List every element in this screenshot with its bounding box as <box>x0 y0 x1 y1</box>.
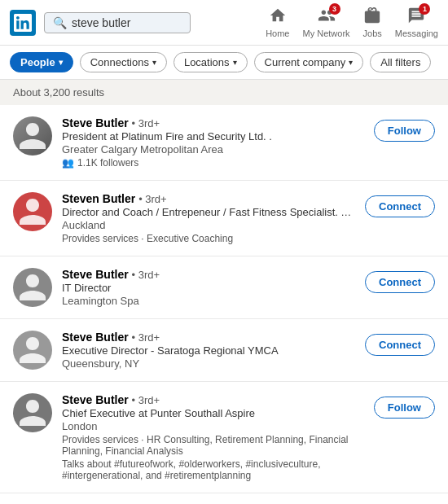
current-company-filter[interactable]: Current company ▾ <box>254 52 364 72</box>
nav-home[interactable]: Home <box>266 7 289 38</box>
person-location: London <box>62 420 364 432</box>
search-input[interactable] <box>72 16 186 29</box>
person-location: Greater Calgary Metropolitan Area <box>62 143 364 156</box>
person-name[interactable]: Steve Butler <box>62 331 129 344</box>
person-info: Steve Butler • 3rd+IT DirectorLeamington… <box>62 268 355 307</box>
follow-button[interactable]: Follow <box>374 120 435 142</box>
search-box[interactable]: 🔍 <box>44 12 191 33</box>
person-name[interactable]: Steve Butler <box>62 268 129 281</box>
person-name[interactable]: Steve Butler <box>62 116 129 129</box>
current-company-chevron-icon: ▾ <box>349 58 353 67</box>
avatar <box>13 268 52 307</box>
person-info: Steve Butler • 3rd+President at Platinum… <box>62 116 364 169</box>
search-icon: 🔍 <box>53 16 67 29</box>
people-chevron-icon: ▾ <box>59 58 63 67</box>
avatar <box>13 393 52 432</box>
person-degree: • 3rd+ <box>138 193 167 205</box>
linkedin-logo[interactable] <box>10 10 36 36</box>
connect-button[interactable]: Connect <box>365 195 435 217</box>
header: 🔍 Home 3 My Network Jobs 1 <box>0 0 448 46</box>
home-icon <box>269 7 287 28</box>
follow-button[interactable]: Follow <box>374 397 435 419</box>
person-degree: • 3rd+ <box>132 269 160 281</box>
messaging-badge: 1 <box>419 3 430 15</box>
result-item: Steven Butler • 3rd+Director and Coach /… <box>0 181 448 256</box>
connect-button[interactable]: Connect <box>365 271 435 293</box>
result-item: Steve Butler • 3rd+Chief Executive at Pu… <box>0 382 448 493</box>
locations-filter[interactable]: Locations ▾ <box>173 52 248 72</box>
person-degree: • 3rd+ <box>132 331 160 344</box>
person-name[interactable]: Steve Butler <box>62 393 129 406</box>
person-name[interactable]: Steven Butler <box>62 192 135 205</box>
all-filters[interactable]: All filters <box>370 52 431 72</box>
results-list: Steve Butler • 3rd+President at Platinum… <box>0 105 448 504</box>
avatar <box>13 116 52 156</box>
locations-chevron-icon: ▾ <box>233 58 237 67</box>
person-location: Auckland <box>62 219 355 231</box>
my-network-badge: 3 <box>329 3 340 15</box>
person-info: Steve Butler • 3rd+Chief Executive at Pu… <box>62 393 364 481</box>
connections-filter[interactable]: Connections ▾ <box>80 52 167 72</box>
results-count: About 3,200 results <box>0 80 448 105</box>
nav-messaging[interactable]: 1 Messaging <box>395 7 438 38</box>
result-item: Steve Butler, FAICP • 3rd+--Greater Seat… <box>0 493 448 504</box>
people-filter[interactable]: People ▾ <box>10 52 73 72</box>
my-network-icon: 3 <box>318 7 336 28</box>
result-item: Steve Butler • 3rd+President at Platinum… <box>0 105 448 181</box>
avatar <box>13 192 52 231</box>
person-info: Steve Butler • 3rd+Executive Director - … <box>62 331 355 370</box>
connect-button[interactable]: Connect <box>365 334 435 356</box>
nav-items: Home 3 My Network Jobs 1 Messaging <box>266 7 438 38</box>
person-location: Leamington Spa <box>62 295 355 307</box>
nav-jobs[interactable]: Jobs <box>363 7 382 38</box>
person-degree: • 3rd+ <box>132 394 160 406</box>
person-sub: Provides services · Executive Coaching <box>62 233 355 244</box>
filters-bar: People ▾ Connections ▾ Locations ▾ Curre… <box>0 46 448 80</box>
messaging-icon: 1 <box>407 7 425 28</box>
followers-icon: 👥 <box>62 157 74 169</box>
avatar <box>13 331 52 370</box>
person-followers: 👥 1.1K followers <box>62 157 364 169</box>
person-headline: President at Platinum Fire and Security … <box>62 130 364 142</box>
person-info: Steven Butler • 3rd+Director and Coach /… <box>62 192 355 244</box>
result-item: Steve Butler • 3rd+Executive Director - … <box>0 319 448 382</box>
person-headline: IT Director <box>62 282 355 294</box>
result-item: Steve Butler • 3rd+IT DirectorLeamington… <box>0 256 448 319</box>
connections-chevron-icon: ▾ <box>152 58 156 67</box>
person-sub: Provides services · HR Consulting, Retir… <box>62 434 364 457</box>
person-headline: Director and Coach / Entrepeneur / Fast … <box>62 206 355 218</box>
person-tags: Talks about #futureofwork, #olderworkers… <box>62 458 364 481</box>
person-headline: Executive Director - Saratoga Regional Y… <box>62 344 355 357</box>
jobs-icon <box>363 7 381 28</box>
nav-my-network[interactable]: 3 My Network <box>302 7 349 38</box>
person-location: Queensbury, NY <box>62 357 355 370</box>
person-degree: • 3rd+ <box>132 117 160 129</box>
person-headline: Chief Executive at Punter Southall Aspir… <box>62 407 364 419</box>
